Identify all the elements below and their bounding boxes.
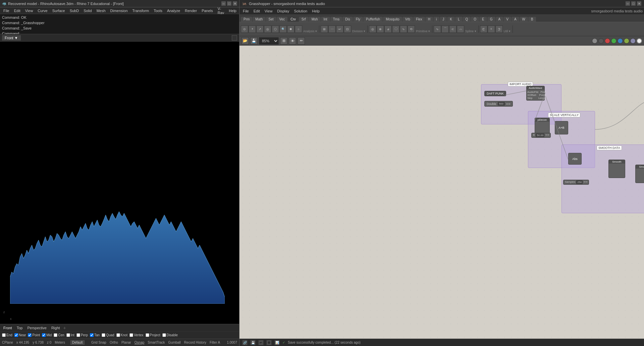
tool-spline-4[interactable]: ⌓ xyxy=(457,25,464,33)
grid-snap-button[interactable]: Grid Snap xyxy=(91,341,106,344)
tool-prim-1[interactable]: ◎ xyxy=(369,25,376,33)
snap-tan-checkbox[interactable] xyxy=(90,333,94,337)
gh-tab-int[interactable]: Int xyxy=(321,17,330,22)
gh-tab-e[interactable]: E xyxy=(479,17,487,22)
rhino-menu-analyze[interactable]: Analyze xyxy=(165,8,182,13)
ortho-button[interactable]: Ortho xyxy=(110,341,118,344)
gh-tab-math[interactable]: Math xyxy=(253,17,265,22)
gh-tab-q[interactable]: Q xyxy=(463,17,471,22)
gh-status-btn-2[interactable]: 💾 xyxy=(250,340,256,345)
snap-project[interactable]: Project xyxy=(146,333,160,337)
snap-end[interactable]: End xyxy=(2,333,12,337)
snap-mid-checkbox[interactable] xyxy=(42,333,46,337)
add-viewport-button[interactable]: + xyxy=(63,325,66,331)
daft-punk-node[interactable]: DAFT PUNK xyxy=(484,91,506,96)
rhino-menu-file[interactable]: File xyxy=(1,8,11,13)
tool-div-4[interactable]: ⊡ xyxy=(344,25,351,33)
snap-int-checkbox[interactable] xyxy=(66,333,70,337)
rhino-menu-solid[interactable]: Solid xyxy=(82,8,94,13)
gh-canvas[interactable]: IMPORT AUDIO DAFT PUNK AudioWave AudioFi… xyxy=(239,46,644,339)
gh-tab-vec[interactable]: Vec xyxy=(277,17,288,22)
snap-knot-checkbox[interactable] xyxy=(116,333,120,337)
snap-vertex[interactable]: Vertex xyxy=(129,333,143,337)
planar-button[interactable]: Planar xyxy=(121,341,131,344)
ab-node[interactable]: A+B xyxy=(555,121,568,134)
gh-status-btn-4[interactable]: ⚙ xyxy=(266,340,272,345)
gh-open-button[interactable]: 📂 xyxy=(241,37,249,45)
snap-point[interactable]: Point xyxy=(28,333,40,337)
gh-save-button[interactable]: 💾 xyxy=(250,37,258,45)
record-history-button[interactable]: Record History xyxy=(184,341,206,344)
gh-tab-w[interactable]: W xyxy=(520,17,528,22)
gh-menu-file[interactable]: File xyxy=(241,8,251,14)
rhino-close-button[interactable]: ✕ xyxy=(233,1,237,6)
snap-perp-checkbox[interactable] xyxy=(76,333,80,337)
gh-menu-help[interactable]: Help xyxy=(310,8,322,14)
tool-prim-5[interactable]: ∿ xyxy=(400,25,407,33)
gh-tab-j[interactable]: J xyxy=(440,17,447,22)
gh-tab-b[interactable]: B xyxy=(528,17,536,22)
tool-btn-7[interactable]: ✱ xyxy=(287,25,294,33)
snap-end-checkbox[interactable] xyxy=(2,333,6,337)
gh-tab-dis[interactable]: Dis xyxy=(342,17,353,22)
color-dot-gray[interactable] xyxy=(592,38,597,44)
tool-btn-1[interactable]: ⊙ xyxy=(241,25,248,33)
color-dot-red[interactable] xyxy=(605,38,610,44)
snap-near[interactable]: Near xyxy=(14,333,26,337)
tool-div-2[interactable]: ⋯ xyxy=(328,25,336,33)
smooth-node[interactable]: Smooth xyxy=(608,160,625,178)
gh-tab-i[interactable]: i xyxy=(433,17,439,22)
double-param-node[interactable]: Double 500 ⟺ xyxy=(484,101,513,107)
gh-tab-v[interactable]: V xyxy=(503,17,511,22)
rhino-menu-edit[interactable]: Edit xyxy=(12,8,22,13)
gh-tab-trns[interactable]: Trns xyxy=(330,17,342,22)
gh-tab-g[interactable]: G xyxy=(487,17,495,22)
tool-prim-3[interactable]: ⌀ xyxy=(384,25,392,33)
gh-tab-flex[interactable]: Flex xyxy=(413,17,425,22)
color-dot-white[interactable] xyxy=(637,38,642,44)
snap-disable[interactable]: Disable xyxy=(162,333,178,337)
rhino-menu-view[interactable]: View xyxy=(23,8,35,13)
gh-tab-mosquito[interactable]: Mosquito xyxy=(383,17,402,22)
gumball-button[interactable]: Gumball xyxy=(168,341,181,344)
rhino-viewport[interactable]: x z xyxy=(0,42,239,324)
rhino-menu-dimension[interactable]: Dimension xyxy=(108,8,130,13)
rhino-menu-render[interactable]: Render xyxy=(183,8,199,13)
tool-spline-2[interactable]: ⌒ xyxy=(441,25,449,33)
rhino-restore-button[interactable]: □ xyxy=(227,1,231,6)
gh-status-btn-1[interactable]: 🔗 xyxy=(242,340,248,345)
tool-prim-4[interactable]: 〇 xyxy=(392,25,399,33)
gh-tab-srf[interactable]: Srf xyxy=(299,17,309,22)
smarttrack-button[interactable]: SmartTrack xyxy=(148,341,165,344)
viewport-tab-perspective[interactable]: Perspective xyxy=(26,325,48,331)
snap-point-checkbox[interactable] xyxy=(28,333,32,337)
gh-minimize-button[interactable]: ─ xyxy=(626,1,630,6)
gh-fit-button[interactable]: ⊞ xyxy=(280,37,287,45)
rhino-menu-help[interactable]: Help xyxy=(227,8,238,13)
gh-tab-a2[interactable]: A xyxy=(512,17,519,22)
snap-near-checkbox[interactable] xyxy=(14,333,18,337)
snap-cen-checkbox[interactable] xyxy=(54,333,57,337)
tool-btn-6[interactable]: 🔍 xyxy=(279,25,287,33)
viewport-settings-button[interactable] xyxy=(232,35,237,41)
snap-vertex-checkbox[interactable] xyxy=(129,333,133,337)
gh-zoom-select[interactable]: 85% 100% 75% xyxy=(259,37,279,45)
snap-disable-checkbox[interactable] xyxy=(162,333,166,337)
gh-menu-solution[interactable]: Solution xyxy=(292,8,309,14)
snap-cen[interactable]: Cen xyxy=(54,333,64,337)
color-dot-purple[interactable] xyxy=(630,38,636,44)
color-dot-blue[interactable] xyxy=(618,38,623,44)
gh-status-btn-3[interactable]: ↩ xyxy=(258,340,264,345)
b-param-node[interactable]: B 50.00 ⟺ xyxy=(531,133,551,138)
snap-quad[interactable]: Quad xyxy=(102,333,114,337)
gh-tab-prm[interactable]: Prm xyxy=(241,17,252,22)
snap-tan[interactable]: Tan xyxy=(90,333,100,337)
gh-tab-a[interactable]: A xyxy=(496,17,503,22)
tool-div-1[interactable]: ⊞ xyxy=(321,25,328,33)
tool-prim-6[interactable]: ⟲ xyxy=(408,25,415,33)
gh-tab-k[interactable]: K xyxy=(447,17,455,22)
tool-spline-1[interactable]: ∿ xyxy=(434,25,441,33)
gh-menu-edit[interactable]: Edit xyxy=(252,8,262,14)
rhino-menu-mesh[interactable]: Mesh xyxy=(95,8,108,13)
gh-status-btn-5[interactable]: 📊 xyxy=(274,340,280,345)
